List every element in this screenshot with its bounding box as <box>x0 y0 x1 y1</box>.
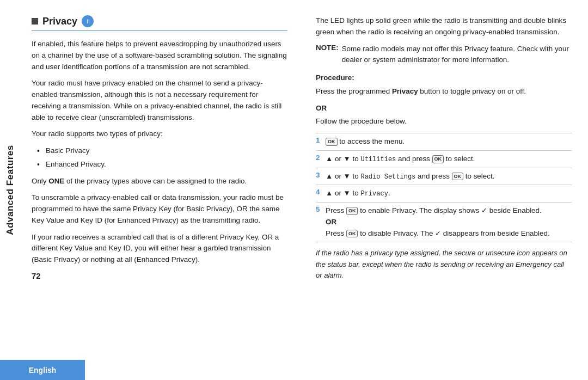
left-para-1: If enabled, this feature helps to preven… <box>32 39 287 72</box>
sidebar-label: Advanced Features <box>5 145 16 235</box>
table-row: 2 ▲ or ▼ to Utilities and press OK to se… <box>316 150 572 168</box>
sidebar: Advanced Features <box>0 0 21 380</box>
columns: Privacy i If enabled, this feature helps… <box>32 15 572 380</box>
page-title: Privacy <box>42 16 77 27</box>
left-para-6: If your radio receives a scrambled call … <box>32 232 287 266</box>
table-row: 1 OK to access the menu. <box>316 133 572 151</box>
or-label-1: OR <box>316 103 572 114</box>
ok-button-icon: OK <box>346 230 358 238</box>
ok-button-icon: OK <box>346 207 358 215</box>
page-number: 72 <box>32 271 287 280</box>
step-number: 1 <box>316 133 326 151</box>
left-column: Privacy i If enabled, this feature helps… <box>32 15 293 380</box>
list-item: Enhanced Privacy. <box>37 159 287 170</box>
list-item: Basic Privacy <box>37 145 287 157</box>
step-content: OK to access the menu. <box>326 133 572 151</box>
ok-button-icon: OK <box>452 173 464 181</box>
table-row: 3 ▲ or ▼ to Radio Settings and press OK … <box>316 168 572 185</box>
info-icon: i <box>82 15 94 27</box>
note-block: NOTE: Some radio models may not offer th… <box>316 44 572 66</box>
main-content: Privacy i If enabled, this feature helps… <box>21 0 588 380</box>
left-para-5: To unscramble a privacy-enabled call or … <box>32 192 287 226</box>
heading-divider <box>32 30 287 31</box>
left-para-3: Your radio supports two types of privacy… <box>32 128 287 140</box>
language-bar: English <box>0 360 85 380</box>
note-label: NOTE: <box>316 44 339 66</box>
step-number: 3 <box>316 168 326 185</box>
procedure-heading: Procedure: <box>316 72 572 84</box>
step-content: Press OK to enable Privacy. The display … <box>326 203 572 242</box>
step-content: ▲ or ▼ to Privacy. <box>326 185 572 203</box>
table-row: 4 ▲ or ▼ to Privacy. <box>316 185 572 203</box>
right-column: The LED lights up solid green while the … <box>310 15 572 380</box>
left-para-4: Only ONE of the privacy types above can … <box>32 176 287 187</box>
left-para-2: Your radio must have privacy enabled on … <box>32 78 287 123</box>
section-heading: Privacy i <box>32 15 287 27</box>
privacy-types-list: Basic Privacy Enhanced Privacy. <box>37 145 287 170</box>
step-content: ▲ or ▼ to Utilities and press OK to sele… <box>326 150 572 168</box>
italic-footer-note: If the radio has a privacy type assigned… <box>316 248 572 280</box>
step-number: 2 <box>316 150 326 168</box>
steps-table: 1 OK to access the menu. 2 ▲ or ▼ to Uti… <box>316 133 572 242</box>
ok-button-icon: OK <box>432 155 444 163</box>
heading-square-icon <box>32 18 38 24</box>
or-label-2: OR <box>326 218 336 226</box>
step-number: 4 <box>316 185 326 203</box>
note-text: Some radio models may not offer this Pri… <box>342 44 572 66</box>
procedure-text: Press the programmed Privacy button to t… <box>316 86 572 97</box>
right-intro: The LED lights up solid green while the … <box>316 15 572 38</box>
step-number: 5 <box>316 203 326 242</box>
step-content: ▲ or ▼ to Radio Settings and press OK to… <box>326 168 572 185</box>
table-row: 5 Press OK to enable Privacy. The displa… <box>316 203 572 242</box>
follow-text: Follow the procedure below. <box>316 116 572 127</box>
language-label: English <box>29 366 57 375</box>
ok-button-icon: OK <box>326 138 338 146</box>
